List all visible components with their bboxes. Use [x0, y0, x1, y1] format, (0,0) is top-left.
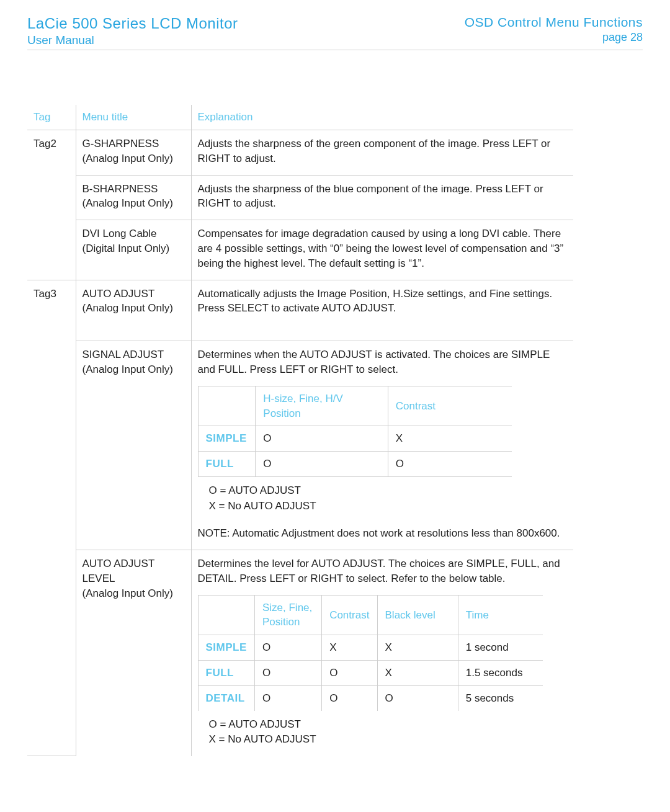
menu-title-main: B-SHARPNESS: [83, 182, 185, 197]
menu-title-sub: (Digital Input Only): [83, 241, 185, 256]
menu-title-cell: G-SHARPNESS (Analog Input Only): [76, 130, 191, 176]
inner-col-contrast: Contrast: [388, 386, 511, 426]
inner-col-size: Size, Fine, Position: [254, 595, 321, 635]
inner-col-hsize: H-size, Fine, H/V Position: [256, 386, 388, 426]
col-tag: Tag: [27, 105, 76, 130]
header-left: LaCie 500 Series LCD Monitor User Manual: [27, 15, 238, 47]
row-g-sharpness: Tag2 G-SHARPNESS (Analog Input Only) Adj…: [27, 130, 573, 176]
page: LaCie 500 Series LCD Monitor User Manual…: [0, 0, 670, 812]
inner-row-simple: SIMPLE O X X 1 second: [198, 635, 543, 661]
row-dvi-long-cable: DVI Long Cable (Digital Input Only) Comp…: [27, 220, 573, 280]
row-auto-adjust: Tag3 AUTO ADJUST (Analog Input Only) Aut…: [27, 280, 573, 341]
doc-subtitle: User Manual: [27, 33, 238, 47]
inner-cell: O: [254, 635, 321, 661]
doc-title: LaCie 500 Series LCD Monitor: [27, 15, 238, 32]
inner-cell: X: [322, 635, 377, 661]
page-number: page 28: [602, 31, 643, 44]
inner-col-contrast: Contrast: [322, 595, 377, 635]
legend: O = AUTO ADJUST X = No AUTO ADJUST: [209, 717, 568, 747]
inner-cell-time: 1.5 seconds: [458, 661, 542, 686]
explanation-cell: Automatically adjusts the Image Position…: [191, 280, 573, 341]
row-auto-adjust-level: AUTO ADJUST LEVEL (Analog Input Only) De…: [27, 550, 573, 756]
inner-cell: O: [322, 661, 377, 686]
inner-blank: [198, 595, 254, 635]
signal-adjust-table: H-size, Fine, H/V Position Contrast SIMP…: [198, 386, 512, 477]
inner-cell-time: 1 second: [458, 635, 542, 661]
legend: O = AUTO ADJUST X = No AUTO ADJUST: [209, 483, 568, 514]
tag-cell: Tag2: [27, 130, 76, 280]
menu-title-main: AUTO ADJUST LEVEL: [83, 556, 185, 586]
inner-row-label: DETAIL: [198, 685, 254, 710]
inner-row-detail: DETAIL O O O 5 seconds: [198, 685, 543, 710]
explanation-cell: Adjusts the sharpness of the blue compon…: [191, 175, 573, 220]
menu-title-sub: (Analog Input Only): [83, 301, 185, 316]
menu-title-cell: DVI Long Cable (Digital Input Only): [76, 220, 191, 280]
menu-title-main: G-SHARPNESS: [83, 136, 185, 151]
explanation-cell: Determines the level for AUTO ADJUST. Th…: [191, 550, 573, 756]
tag-cell: Tag3: [27, 280, 76, 756]
inner-row-full: FULL O O: [198, 452, 512, 477]
explanation-text: Determines the level for AUTO ADJUST. Th…: [198, 558, 560, 584]
table-header-row: Tag Menu title Explanation: [27, 105, 573, 130]
menu-title-main: AUTO ADJUST: [83, 287, 185, 301]
inner-cell: O: [256, 426, 388, 452]
menu-title-main: DVI Long Cable: [83, 226, 185, 241]
inner-cell-time: 5 seconds: [458, 685, 542, 710]
explanation-text: Determines when the AUTO ADJUST is activ…: [198, 349, 550, 375]
col-explanation: Explanation: [191, 105, 573, 130]
inner-cell: X: [377, 661, 458, 686]
inner-cell: O: [377, 685, 458, 710]
explanation-cell: Compensates for image degradation caused…: [191, 220, 573, 280]
section-title: OSD Control Menu Functions: [465, 15, 643, 30]
legend-x: X = No AUTO ADJUST: [209, 499, 568, 514]
inner-header-row: Size, Fine, Position Contrast Black leve…: [198, 595, 543, 635]
header-right: OSD Control Menu Functions page 28: [465, 15, 643, 47]
explanation-cell: Adjusts the sharpness of the green compo…: [191, 130, 573, 176]
inner-row-full: FULL O O X 1.5 seconds: [198, 661, 543, 686]
menu-title-cell: AUTO ADJUST LEVEL (Analog Input Only): [76, 550, 191, 756]
inner-cell: O: [254, 661, 321, 686]
legend-o: O = AUTO ADJUST: [209, 717, 568, 733]
inner-cell: O: [322, 685, 377, 710]
menu-title-sub: (Analog Input Only): [83, 151, 185, 166]
legend-x: X = No AUTO ADJUST: [209, 732, 568, 747]
row-signal-adjust: SIGNAL ADJUST (Analog Input Only) Determ…: [27, 341, 573, 550]
inner-col-blacklevel: Black level: [377, 595, 458, 635]
inner-blank: [198, 386, 256, 426]
menu-title-sub: (Analog Input Only): [83, 362, 185, 377]
inner-row-label: FULL: [198, 452, 256, 477]
signal-adjust-note: NOTE: Automatic Adjustment does not work…: [198, 526, 568, 541]
menu-title-sub: (Analog Input Only): [83, 586, 185, 601]
page-header: LaCie 500 Series LCD Monitor User Manual…: [27, 15, 643, 50]
row-b-sharpness: B-SHARPNESS (Analog Input Only) Adjusts …: [27, 175, 573, 220]
menu-title-sub: (Analog Input Only): [83, 196, 185, 211]
osd-table: Tag Menu title Explanation Tag2 G-SHARPN…: [27, 105, 573, 756]
inner-col-time: Time: [458, 595, 542, 635]
legend-o: O = AUTO ADJUST: [209, 483, 568, 499]
inner-cell: X: [388, 426, 511, 452]
inner-row-label: SIMPLE: [198, 426, 256, 452]
menu-title-cell: SIGNAL ADJUST (Analog Input Only): [76, 341, 191, 550]
inner-cell: O: [256, 452, 388, 477]
inner-cell: X: [377, 635, 458, 661]
menu-title-cell: B-SHARPNESS (Analog Input Only): [76, 175, 191, 220]
auto-adjust-level-table: Size, Fine, Position Contrast Black leve…: [198, 595, 543, 711]
menu-title-cell: AUTO ADJUST (Analog Input Only): [76, 280, 191, 341]
inner-cell: O: [388, 452, 511, 477]
inner-header-row: H-size, Fine, H/V Position Contrast: [198, 386, 512, 426]
col-menu-title: Menu title: [76, 105, 191, 130]
inner-cell: O: [254, 685, 321, 710]
menu-title-main: SIGNAL ADJUST: [83, 347, 185, 362]
explanation-cell: Determines when the AUTO ADJUST is activ…: [191, 341, 573, 550]
inner-row-label: FULL: [198, 661, 254, 686]
inner-row-label: SIMPLE: [198, 635, 254, 661]
inner-row-simple: SIMPLE O X: [198, 426, 512, 452]
